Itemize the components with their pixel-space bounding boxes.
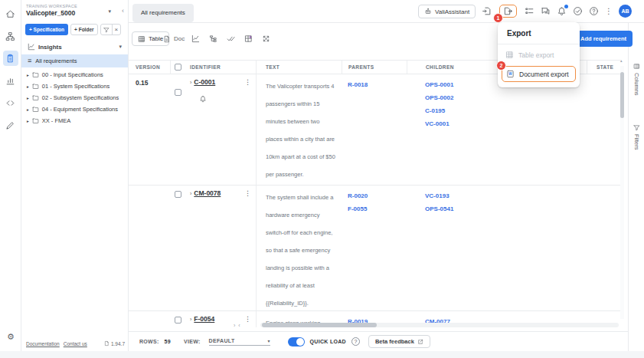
sidebar-item-all-requirements[interactable]: ≡ All requirements: [21, 54, 128, 67]
children-cell: VC-0193 OPS-0541: [407, 186, 587, 310]
more-options-kebab-icon[interactable]: ⋮: [605, 7, 613, 15]
help-circle-icon[interactable]: [589, 6, 599, 16]
menu-item-table-export[interactable]: Table export: [498, 44, 580, 63]
select-all-checkbox[interactable]: [175, 64, 181, 71]
parent-link[interactable]: F-0055: [348, 202, 407, 215]
verification-view-icon[interactable]: [227, 34, 235, 43]
quick-load-toggle[interactable]: [288, 337, 305, 347]
child-link[interactable]: OPS-0541: [425, 202, 587, 215]
requirement-link[interactable]: C-0001: [194, 78, 215, 86]
caret-right-icon[interactable]: ▸: [27, 73, 29, 77]
parent-link[interactable]: R-0020: [348, 189, 407, 202]
identifier-cell: › C-0001 ⋮: [185, 74, 256, 185]
child-link[interactable]: VC-0193: [425, 189, 587, 202]
add-folder-button[interactable]: + Folder: [70, 24, 97, 35]
clear-filter-icon[interactable]: ×: [113, 26, 121, 33]
column-header-parents[interactable]: PARENTS: [342, 61, 407, 74]
documentation-link[interactable]: Documentation: [26, 341, 60, 347]
insights-view-icon[interactable]: [191, 34, 200, 43]
view-tab-doc[interactable]: Doc: [163, 31, 185, 46]
filters-panel-toggle[interactable]: Filters: [629, 124, 644, 149]
child-link[interactable]: C-0195: [425, 104, 587, 117]
tree-item-04-equipment-specifications[interactable]: ▸ 04 - Equipment Specifications: [21, 103, 128, 115]
analysis-icon[interactable]: [3, 73, 18, 88]
folder-icon: [32, 83, 39, 90]
horizontal-scrollbar-thumb[interactable]: [262, 323, 377, 327]
export-button-highlighted[interactable]: 1: [499, 5, 517, 18]
hscroll-step-icons[interactable]: ›‹: [234, 323, 244, 328]
traceability-view-icon[interactable]: [262, 34, 270, 43]
vali-assistant-button[interactable]: ValiAssistant: [418, 5, 476, 18]
expand-caret-icon[interactable]: ›: [190, 80, 191, 85]
child-link[interactable]: VC-0001: [425, 117, 587, 130]
workspace-switcher[interactable]: TRAINING WORKSPACE Valicopter_5000 ▾ ‹: [21, 0, 128, 17]
vertical-scrollbar[interactable]: [620, 66, 624, 319]
tree-item-xx-fmea[interactable]: ▸ XX - FMEA: [21, 115, 128, 126]
table-grid-icon: [138, 35, 145, 43]
tree-item-02-subsystem-specifications[interactable]: ▸ 02 - Subsystem Specifications: [21, 92, 128, 103]
requirements-icon[interactable]: [3, 51, 18, 66]
comments-icon[interactable]: [541, 6, 551, 16]
quick-load-help-icon[interactable]: ?: [351, 337, 360, 346]
tasks-list-icon[interactable]: [525, 6, 534, 16]
parent-link[interactable]: R-0018: [348, 78, 407, 91]
caret-right-icon[interactable]: ▸: [27, 84, 29, 89]
insights-section[interactable]: Insights ▾: [28, 43, 122, 51]
filter-funnel-icon[interactable]: [101, 27, 112, 33]
view-select[interactable]: DEFAULT ▾: [209, 338, 270, 346]
row-kebab-icon[interactable]: ⋮: [244, 315, 251, 323]
filters-panel-label: Filters: [633, 134, 640, 149]
word-document-icon: W: [506, 70, 515, 78]
expand-caret-icon[interactable]: ›: [190, 191, 191, 196]
tree-item-01-system-specifications[interactable]: ▸ 01 - System Specifications: [21, 80, 128, 92]
row-checkbox[interactable]: [175, 89, 181, 96]
column-header-state[interactable]: STATE: [587, 61, 622, 74]
horizontal-scrollbar[interactable]: [260, 323, 619, 327]
parents-cell: R-0018: [342, 74, 407, 185]
version-cell: 0.15: [129, 74, 170, 185]
menu-item-document-export[interactable]: 2 W Document export: [502, 66, 576, 82]
vscroll-up-icon[interactable]: ▴: [620, 58, 623, 63]
add-requirement-button[interactable]: Add requirement: [574, 31, 633, 47]
export-menu-title: Export: [498, 22, 580, 44]
row-checkbox[interactable]: [175, 191, 181, 198]
requirement-link[interactable]: CM-0078: [194, 189, 221, 197]
row-kebab-icon[interactable]: ⋮: [244, 189, 251, 197]
expand-caret-icon[interactable]: ›: [190, 317, 191, 322]
row-kebab-icon[interactable]: ⋮: [244, 78, 251, 86]
caret-right-icon[interactable]: ▸: [27, 107, 29, 112]
column-header-identifier[interactable]: IDENTIFIER: [185, 61, 256, 74]
check-circle-icon[interactable]: [573, 6, 583, 16]
child-link[interactable]: OPS-0002: [425, 91, 587, 104]
nav-rail: ⚙: [0, 0, 21, 351]
sitemap-icon[interactable]: [3, 28, 18, 44]
tree-item-00-input-specifications[interactable]: ▸ 00 - Input Specifications: [21, 69, 128, 80]
settings-gear-icon[interactable]: ⚙: [0, 332, 21, 342]
beta-feedback-button[interactable]: Beta feedback: [368, 335, 430, 348]
vertical-scrollbar-thumb[interactable]: [620, 72, 624, 118]
quick-load-label: QUICK LOAD: [310, 339, 346, 344]
chevron-down-icon[interactable]: ▾: [108, 8, 111, 15]
matrix-view-icon[interactable]: [244, 34, 253, 43]
code-icon[interactable]: [3, 95, 18, 110]
svg-text:W: W: [508, 72, 512, 76]
caret-right-icon[interactable]: ▸: [27, 119, 29, 123]
edit-icon[interactable]: [3, 117, 18, 133]
hierarchy-view-icon[interactable]: [209, 34, 217, 43]
import-icon[interactable]: [482, 6, 492, 16]
column-header-text[interactable]: TEXT: [256, 61, 342, 74]
home-icon[interactable]: [3, 6, 18, 21]
contact-us-link[interactable]: Contact us: [64, 341, 87, 347]
notifications-bell-icon[interactable]: [557, 6, 567, 16]
column-header-version[interactable]: VERSION: [129, 61, 170, 74]
export-icon[interactable]: [503, 6, 513, 16]
row-checkbox[interactable]: [175, 317, 181, 324]
tab-all-requirements[interactable]: All requirements: [132, 4, 194, 22]
caret-right-icon[interactable]: ▸: [27, 96, 29, 100]
user-avatar[interactable]: AB: [619, 5, 632, 18]
columns-panel-toggle[interactable]: Columns: [629, 63, 644, 96]
requirement-link[interactable]: F-0054: [194, 315, 214, 323]
sidebar-collapse-icon[interactable]: ‹: [122, 7, 124, 15]
subscription-bell-icon[interactable]: [199, 95, 256, 103]
add-specification-button[interactable]: + Specification: [25, 24, 68, 35]
